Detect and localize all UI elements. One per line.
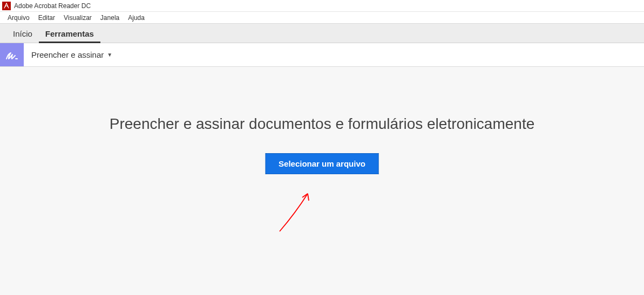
fill-sign-icon: [0, 43, 24, 66]
acrobat-app-icon: [2, 2, 11, 10]
chevron-down-icon: ▼: [107, 52, 112, 58]
menu-editar[interactable]: Editar: [34, 12, 59, 24]
menu-janela[interactable]: Janela: [96, 12, 124, 24]
window-title: Adobe Acrobat Reader DC: [14, 2, 91, 10]
titlebar: Adobe Acrobat Reader DC: [0, 0, 644, 12]
toolbar: Preencher e assinar ▼: [0, 43, 644, 67]
page-heading: Preencher e assinar documentos e formulá…: [0, 115, 644, 133]
menu-arquivo[interactable]: Arquivo: [3, 12, 34, 24]
select-file-button[interactable]: Selecionar um arquivo: [265, 153, 379, 174]
fill-sign-label: Preencher e assinar: [31, 50, 104, 59]
tab-inicio[interactable]: Início: [6, 26, 39, 43]
content-area: Preencher e assinar documentos e formulá…: [0, 67, 644, 295]
fill-sign-dropdown[interactable]: Preencher e assinar ▼: [24, 43, 120, 66]
tabbar: Início Ferramentas: [0, 24, 644, 43]
menu-ajuda[interactable]: Ajuda: [124, 12, 149, 24]
tab-ferramentas[interactable]: Ferramentas: [39, 26, 100, 43]
menu-visualizar[interactable]: Visualizar: [59, 12, 96, 24]
annotation-arrow-icon: [274, 186, 323, 234]
menubar: Arquivo Editar Visualizar Janela Ajuda: [0, 12, 644, 24]
